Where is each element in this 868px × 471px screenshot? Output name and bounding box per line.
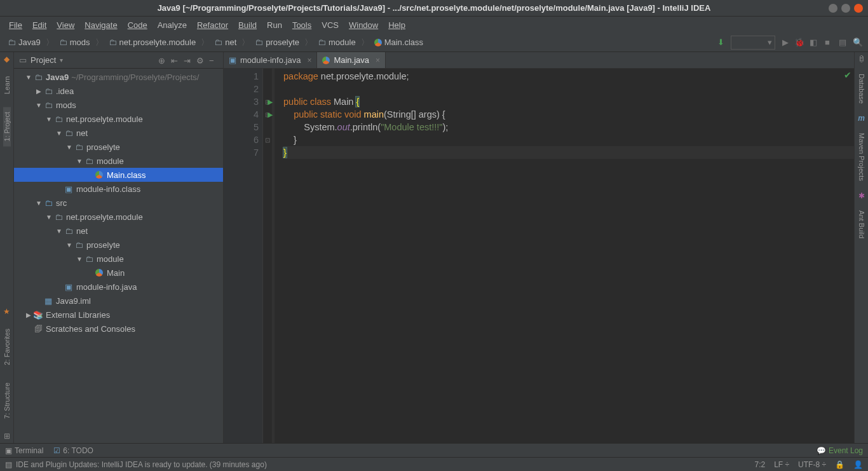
menu-analyze[interactable]: Analyze: [154, 19, 191, 31]
menu-window[interactable]: Window: [345, 19, 382, 31]
toolbar-right: ⬇ ▾ ▶ 🐞 ◧ ■ ▤ 🔍: [715, 36, 863, 50]
tree-proselyte[interactable]: ▼🗀proselyte: [14, 140, 223, 154]
crumb-mods[interactable]: 🗀mods: [57, 36, 93, 48]
menu-view[interactable]: View: [53, 19, 78, 31]
folder-icon: 🗀: [43, 86, 53, 96]
bottom-todo[interactable]: ☑6: TODO: [53, 446, 93, 455]
editor-gutter[interactable]: 1 2 3▶ 4▶ 5 6 7: [224, 69, 263, 443]
hide-icon[interactable]: −: [209, 56, 218, 65]
left-tool-structure[interactable]: 7: Structure: [3, 378, 11, 424]
tree-module-info-class[interactable]: ▣module-info.class: [14, 182, 223, 196]
status-position[interactable]: 7:2: [754, 460, 765, 469]
run-config-dropdown[interactable]: ▾: [731, 36, 775, 50]
editor-body[interactable]: 1 2 3▶ 4▶ 5 6 7 ⊟ ⊟ ⊡ ✔ package net.pros…: [224, 69, 854, 443]
tree-external-libs[interactable]: ▶📚External Libraries: [14, 308, 223, 322]
maximize-icon[interactable]: [841, 4, 850, 13]
menu-code[interactable]: Code: [124, 19, 151, 31]
tree-module-info-java[interactable]: ▣module-info.java: [14, 280, 223, 294]
bottom-terminal[interactable]: ▣Terminal: [5, 446, 43, 455]
editor-tab-module-info[interactable]: ▣module-info.java×: [224, 52, 317, 68]
right-tool-database[interactable]: Database: [858, 69, 865, 109]
menu-navigate[interactable]: Navigate: [81, 19, 121, 31]
left-tool-learn[interactable]: Learn: [3, 71, 11, 99]
tree-scratches[interactable]: 🗐Scratches and Consoles: [14, 322, 223, 336]
gear-icon[interactable]: ⚙: [196, 56, 205, 65]
status-encoding[interactable]: UTF-8 ÷: [798, 460, 826, 469]
status-message: IDE and Plugin Updates: IntelliJ IDEA is…: [16, 460, 267, 469]
status-line-separator[interactable]: LF ÷: [774, 460, 789, 469]
window-titlebar: Java9 [~/Programming/Proselyte/Projects/…: [0, 0, 868, 17]
source-folder-icon: 🗀: [43, 198, 53, 208]
menu-help[interactable]: Help: [384, 19, 409, 31]
collapse-icon[interactable]: ⇤: [171, 56, 180, 65]
bottom-tool-bar: ▣Terminal ☑6: TODO 💬Event Log: [0, 443, 868, 457]
stop-icon[interactable]: ■: [822, 38, 832, 48]
tree-idea[interactable]: ▶🗀.idea: [14, 84, 223, 98]
crumb-file[interactable]: Main.class: [372, 36, 426, 48]
chevron-down-icon[interactable]: ▾: [60, 57, 63, 64]
right-tool-ant[interactable]: Ant Build: [858, 205, 865, 243]
right-tool-maven[interactable]: Maven Projects: [858, 128, 865, 186]
project-panel-title[interactable]: Project: [31, 55, 56, 65]
bottom-event-log[interactable]: 💬Event Log: [817, 446, 863, 455]
close-icon[interactable]: [854, 4, 863, 13]
tree-main-java[interactable]: Main: [14, 266, 223, 280]
menu-build[interactable]: Build: [234, 19, 261, 31]
run-icon[interactable]: ▶: [780, 38, 790, 48]
tree-main-class[interactable]: Main.class: [14, 168, 223, 182]
crumb-root[interactable]: 🗀Java9: [5, 36, 43, 48]
build-icon[interactable]: ⬇: [715, 38, 726, 48]
minimize-icon[interactable]: [829, 4, 837, 13]
run-gutter-icon[interactable]: ▶: [268, 108, 273, 121]
crumb-module[interactable]: 🗀net.proselyte.module: [106, 36, 199, 48]
crumb-proselyte[interactable]: 🗀proselyte: [252, 36, 302, 48]
tree-src-net[interactable]: ▼🗀net: [14, 224, 223, 238]
menu-vcs[interactable]: VCS: [318, 19, 342, 31]
navigation-bar: 🗀Java9〉 🗀mods〉 🗀net.proselyte.module〉 🗀n…: [0, 33, 868, 52]
tree-src[interactable]: ▼🗀src: [14, 196, 223, 210]
status-menu-icon[interactable]: ▤: [5, 460, 12, 469]
library-icon: 📚: [33, 310, 43, 320]
left-tool-project[interactable]: 1: Project: [3, 107, 11, 146]
search-icon[interactable]: 🔍: [853, 38, 863, 48]
debug-icon[interactable]: 🐞: [794, 38, 804, 48]
menu-file[interactable]: File: [5, 19, 26, 31]
tree-src-proselyte[interactable]: ▼🗀proselyte: [14, 238, 223, 252]
java-class-icon: [374, 39, 382, 46]
run-gutter-icon[interactable]: ▶: [268, 95, 273, 108]
hector-icon[interactable]: 👤: [853, 460, 863, 469]
fold-column[interactable]: ⊟ ⊟ ⊡: [263, 69, 272, 443]
lock-icon[interactable]: 🔒: [835, 460, 844, 469]
menu-refactor[interactable]: Refactor: [193, 19, 232, 31]
tree-src-module-dir[interactable]: ▼🗀module: [14, 252, 223, 266]
expand-icon[interactable]: ⇥: [184, 56, 193, 65]
project-tree[interactable]: ▼🗀Java9~/Programming/Proselyte/Projects/…: [14, 69, 223, 443]
folder-icon: 🗀: [33, 72, 43, 82]
inspection-ok-icon[interactable]: ✔: [844, 70, 851, 80]
project-structure-icon[interactable]: ▤: [837, 38, 848, 48]
folder-icon: 🗀: [64, 128, 74, 138]
close-tab-icon[interactable]: ×: [307, 56, 311, 65]
tree-net[interactable]: ▼🗀net: [14, 126, 223, 140]
tree-mods[interactable]: ▼🗀mods: [14, 98, 223, 112]
code-area[interactable]: ✔ package net.proselyte.module; public c…: [275, 69, 854, 443]
tree-mods-module[interactable]: ▼🗀net.proselyte.module: [14, 112, 223, 126]
coverage-icon[interactable]: ◧: [808, 38, 818, 48]
locate-icon[interactable]: ⊕: [158, 56, 167, 65]
menu-run[interactable]: Run: [263, 19, 286, 31]
maven-icon: m: [858, 114, 865, 123]
learn-icon[interactable]: ◆: [4, 55, 10, 64]
tree-src-module[interactable]: ▼🗀net.proselyte.module: [14, 210, 223, 224]
editor-tabs: ▣module-info.java× Main.java×: [224, 52, 854, 69]
menu-edit[interactable]: Edit: [29, 19, 50, 31]
editor-tab-main[interactable]: Main.java×: [317, 52, 386, 68]
crumb-net[interactable]: 🗀net: [212, 36, 239, 48]
tree-root[interactable]: ▼🗀Java9~/Programming/Proselyte/Projects/: [14, 70, 223, 84]
crumb-module-dir[interactable]: 🗀module: [315, 36, 358, 48]
left-tool-favorites[interactable]: 2: Favorites: [3, 324, 11, 370]
tree-module[interactable]: ▼🗀module: [14, 154, 223, 168]
menu-tools[interactable]: Tools: [288, 19, 315, 31]
tree-iml[interactable]: ▦Java9.iml: [14, 294, 223, 308]
fold-end-icon[interactable]: ⊡: [263, 133, 272, 146]
close-tab-icon[interactable]: ×: [376, 56, 380, 65]
